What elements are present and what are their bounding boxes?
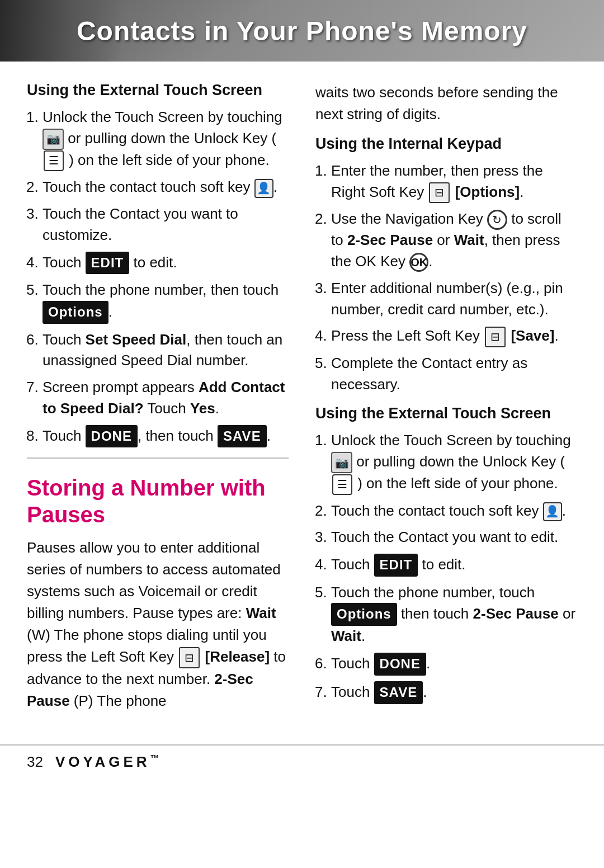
left-soft-key-save-icon: ⊟ [485, 327, 506, 347]
divider [27, 457, 289, 459]
ok-key-icon: OK [409, 253, 428, 272]
list-item: Touch the contact touch soft key 👤. [43, 177, 289, 198]
list-item: Unlock the Touch Screen by touching 📷 or… [43, 107, 289, 171]
touch-icon-2: 📷 [331, 452, 352, 473]
right-soft-key-icon: ⊟ [429, 182, 450, 203]
list-item: Touch EDIT to edit. [43, 252, 289, 275]
list-item: Touch the Contact you want to customize. [43, 204, 289, 246]
edit-button: EDIT [86, 252, 130, 275]
left-column: Using the External Touch Screen Unlock t… [27, 82, 289, 719]
list-item: Press the Left Soft Key ⊟ [Save]. [331, 326, 577, 347]
page-footer: 32 VOYAGER™ [0, 744, 604, 779]
edit-button-2: EDIT [374, 554, 418, 577]
list-item: Use the Navigation Key ↻ to scroll to 2-… [331, 209, 577, 272]
list-item: Screen prompt appears Add Contact to Spe… [43, 377, 289, 419]
unlock-key-icon: ☰ [44, 150, 64, 171]
done-button: DONE [86, 425, 138, 448]
section2-title: Storing a Number withPauses [27, 474, 289, 528]
section2-body: Pauses allow you to enter additional ser… [27, 537, 289, 712]
list-item: Touch the Contact you want to edit. [331, 527, 577, 548]
options-button: Options [43, 301, 108, 324]
page-number: 32 [27, 753, 43, 771]
keypad-section-heading: Using the Internal Keypad [315, 135, 577, 153]
contact-soft-key-icon: 👤 [254, 179, 273, 198]
list-item: Touch DONE, then touch SAVE. [43, 425, 289, 448]
touch-screen-icon: 📷 [43, 129, 64, 150]
options-button-2: Options [331, 603, 397, 626]
save-button: SAVE [218, 425, 267, 448]
brand-name: VOYAGER™ [55, 753, 163, 771]
list-item: Touch the phone number, touch Options th… [331, 582, 577, 647]
save-button-2: SAVE [374, 681, 423, 704]
list-item: Touch the phone number, then touch Optio… [43, 280, 289, 323]
list-item: Complete the Contact entry as necessary. [331, 353, 577, 395]
section1-heading: Using the External Touch Screen [27, 82, 289, 99]
list-item: Enter additional number(s) (e.g., pin nu… [331, 278, 577, 320]
unlock-key-icon-2: ☰ [332, 474, 352, 495]
nav-key-icon: ↻ [487, 210, 507, 230]
page-title: Contacts in Your Phone's Memory [77, 16, 527, 46]
list-item: Touch the contact touch soft key 👤. [331, 501, 577, 522]
ext-section-heading: Using the External Touch Screen [315, 405, 577, 422]
right-column: waits two seconds before sending the nex… [315, 82, 577, 719]
intro-text: waits two seconds before sending the nex… [315, 82, 577, 125]
list-item: Touch Set Speed Dial, then touch an unas… [43, 329, 289, 371]
main-content: Using the External Touch Screen Unlock t… [0, 62, 604, 739]
ext-steps-list: Unlock the Touch Screen by touching 📷 or… [315, 430, 577, 704]
list-item: Touch DONE. [331, 653, 577, 676]
keypad-steps-list: Enter the number, then press the Right S… [315, 161, 577, 395]
section1-list: Unlock the Touch Screen by touching 📷 or… [27, 107, 289, 447]
list-item: Touch EDIT to edit. [331, 554, 577, 577]
list-item: Touch SAVE. [331, 681, 577, 704]
left-soft-key-icon: ⊟ [179, 647, 200, 668]
list-item: Enter the number, then press the Right S… [331, 161, 577, 203]
done-button-2: DONE [374, 653, 426, 676]
page-header: Contacts in Your Phone's Memory [0, 0, 604, 62]
trademark-symbol: ™ [150, 754, 163, 763]
list-item: Unlock the Touch Screen by touching 📷 or… [331, 430, 577, 494]
contact-soft-key-icon-2: 👤 [543, 502, 562, 521]
